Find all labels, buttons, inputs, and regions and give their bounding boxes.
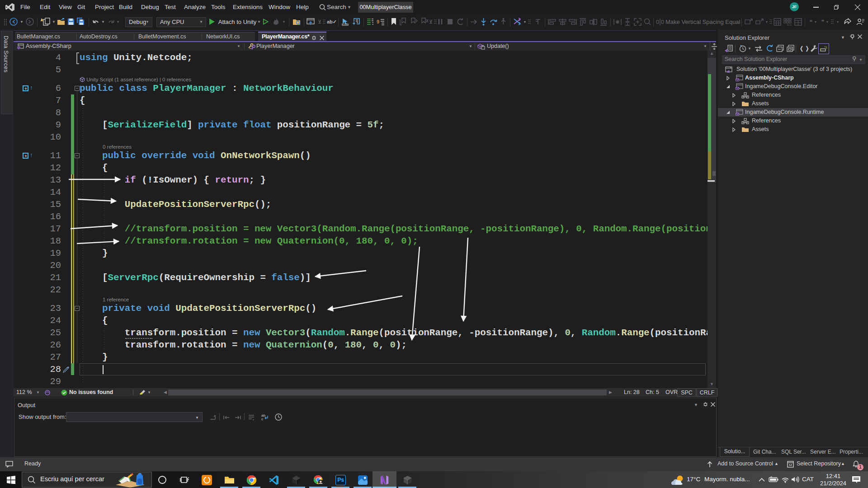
svg-text:9: 9: [377, 19, 379, 24]
svg-text:c: c: [261, 417, 263, 421]
svg-text:SQL: SQL: [787, 23, 792, 26]
